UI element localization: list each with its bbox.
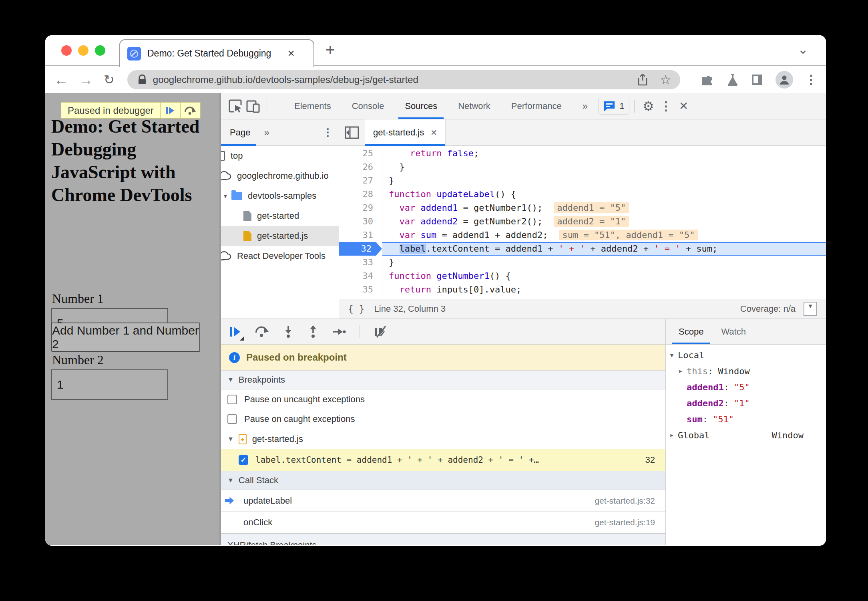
banner-step-over-icon[interactable] xyxy=(180,103,200,118)
xhr-breakpoints-section-header[interactable]: XHR/fetch Breakpoints xyxy=(221,533,665,545)
new-tab-button[interactable]: + xyxy=(326,41,335,59)
devtools-tab-elements[interactable]: Elements xyxy=(284,93,342,119)
devtools-menu-icon[interactable]: ⋮ xyxy=(657,97,675,115)
more-panels-icon[interactable]: » xyxy=(583,101,588,112)
inspect-element-icon[interactable] xyxy=(227,97,244,115)
scope-variable-addend1[interactable]: addend1:"5" xyxy=(666,379,826,395)
tree-item-get-started[interactable]: get-started xyxy=(221,206,339,226)
gutter-line-number[interactable]: 26 xyxy=(339,160,382,174)
navigator-more-tabs-icon[interactable]: » xyxy=(264,127,269,138)
deactivate-breakpoints-icon[interactable] xyxy=(374,325,388,338)
tree-item-top[interactable]: top xyxy=(221,146,339,166)
gutter-line-number[interactable]: 27 xyxy=(339,174,382,188)
reading-list-icon[interactable] xyxy=(751,73,764,86)
code-line-28[interactable]: 28function updateLabel() { xyxy=(339,188,826,201)
coverage-frame-icon[interactable]: ▼ xyxy=(804,302,817,316)
code-line-31[interactable]: 31 var sum = addend1 + addend2;sum = "51… xyxy=(339,228,826,242)
gutter-line-number[interactable]: 29 xyxy=(339,201,382,215)
code-line-text[interactable]: return false; xyxy=(382,147,826,160)
forward-icon[interactable]: → xyxy=(79,73,93,87)
callstack-frame-updatelabel[interactable]: updateLabelget-started.js:32 xyxy=(221,490,665,512)
code-line-32[interactable]: 32 label.textContent = addend1 + ' + ' +… xyxy=(339,242,826,256)
exception-checkbox-row[interactable]: Pause on caught exceptions xyxy=(221,409,665,429)
extensions-icon[interactable] xyxy=(702,73,715,86)
share-icon[interactable] xyxy=(637,74,648,86)
code-line-text[interactable]: } xyxy=(382,160,826,174)
gutter-line-number[interactable]: 31 xyxy=(339,228,382,242)
breakpoint-checkbox[interactable]: ✓ xyxy=(239,455,248,465)
devtools-tab-performance[interactable]: Performance xyxy=(501,93,572,119)
tree-item-devtools-samples[interactable]: ▾devtools-samples xyxy=(221,186,339,206)
devtools-tab-network[interactable]: Network xyxy=(448,93,501,119)
code-line-25[interactable]: 25 return false; xyxy=(339,147,826,160)
breakpoints-section-header[interactable]: ▼ Breakpoints xyxy=(221,370,665,389)
breakpoint-entry[interactable]: ✓ label.textContent = addend1 + ' + ' + … xyxy=(221,449,665,471)
resume-dropdown-icon[interactable] xyxy=(240,336,244,341)
code-line-text[interactable]: function updateLabel() { xyxy=(382,188,826,201)
step-over-icon[interactable] xyxy=(255,326,269,338)
bookmark-star-icon[interactable]: ☆ xyxy=(660,72,671,87)
step-out-icon[interactable] xyxy=(307,325,319,338)
code-line-text[interactable]: var addend2 = getNumber2();addend2 = "1" xyxy=(382,215,826,228)
gutter-line-number[interactable]: 32 xyxy=(339,242,382,256)
code-line-27[interactable]: 27} xyxy=(339,174,826,188)
step-into-icon[interactable] xyxy=(283,325,294,338)
code-editor[interactable]: 25 return false;26 }27}28function update… xyxy=(339,146,826,299)
minimize-window-icon[interactable] xyxy=(78,45,88,56)
gutter-line-number[interactable]: 34 xyxy=(339,269,382,283)
tab-scope[interactable]: Scope xyxy=(670,319,712,344)
tree-item-get-started-js[interactable]: get-started.js xyxy=(221,226,339,246)
code-line-35[interactable]: 35 return inputs[0].value; xyxy=(339,283,826,296)
maximize-window-icon[interactable] xyxy=(95,45,105,56)
settings-gear-icon[interactable]: ⚙ xyxy=(639,97,657,115)
gutter-line-number[interactable]: 33 xyxy=(339,256,382,269)
code-line-text[interactable]: } xyxy=(382,174,826,188)
scope-variable-sum[interactable]: sum:"51" xyxy=(666,411,826,427)
scope-local-header[interactable]: ▼Local xyxy=(666,347,826,363)
gutter-line-number[interactable]: 35 xyxy=(339,283,382,296)
code-line-text[interactable]: label.textContent = addend1 + ' + ' + ad… xyxy=(382,242,826,256)
tab-close-icon[interactable]: ✕ xyxy=(287,48,295,59)
devtools-close-icon[interactable]: ✕ xyxy=(675,97,692,115)
code-line-29[interactable]: 29 var addend1 = getNumber1();addend1 = … xyxy=(339,201,826,215)
url-bar[interactable]: googlechrome.github.io/devtools-samples/… xyxy=(127,70,680,89)
issues-counter[interactable]: 1 xyxy=(598,98,629,115)
step-icon[interactable] xyxy=(332,327,346,337)
editor-tab-get-started-js[interactable]: get-started.js ✕ xyxy=(365,119,446,145)
checkbox-icon[interactable] xyxy=(227,395,237,404)
scope-variable-this[interactable]: ▸this:Window xyxy=(666,363,826,379)
close-window-icon[interactable] xyxy=(61,45,72,56)
callstack-frame-onclick[interactable]: onClickget-started.js:19 xyxy=(221,512,665,533)
resume-script-icon[interactable] xyxy=(229,326,241,338)
reload-icon[interactable]: ↻ xyxy=(104,73,115,86)
code-line-30[interactable]: 30 var addend2 = getNumber2();addend2 = … xyxy=(339,215,826,228)
devtools-tab-console[interactable]: Console xyxy=(342,93,395,119)
add-numbers-button[interactable]: Add Number 1 and Number 2 xyxy=(51,323,200,352)
tab-search-chevron-icon[interactable]: ⌄ xyxy=(798,42,808,57)
scope-global-header[interactable]: ▸GlobalWindow xyxy=(666,427,826,443)
number2-input[interactable]: 1 xyxy=(51,369,168,400)
gutter-line-number[interactable]: 30 xyxy=(339,215,382,228)
code-line-text[interactable]: } xyxy=(382,256,826,269)
expand-triangle-icon[interactable]: ▾ xyxy=(221,192,230,200)
code-line-26[interactable]: 26 } xyxy=(339,160,826,174)
code-line-text[interactable]: return inputs[0].value; xyxy=(382,283,826,296)
profile-avatar[interactable] xyxy=(776,71,793,89)
scope-variable-addend2[interactable]: addend2:"1" xyxy=(666,395,826,411)
exception-checkbox-row[interactable]: Pause on uncaught exceptions xyxy=(221,389,665,409)
checkbox-icon[interactable] xyxy=(227,414,237,424)
tree-item-react-developer-tools[interactable]: React Developer Tools xyxy=(221,246,339,266)
tree-item-googlechrome-github-io[interactable]: googlechrome.github.io xyxy=(221,166,339,186)
flask-icon[interactable] xyxy=(727,73,739,87)
gutter-line-number[interactable]: 25 xyxy=(339,147,382,160)
navigator-menu-icon[interactable]: ⋮ xyxy=(323,126,333,139)
tab-watch[interactable]: Watch xyxy=(712,319,755,344)
code-line-text[interactable]: function getNumber1() { xyxy=(382,269,826,283)
collapse-navigator-icon[interactable] xyxy=(339,119,365,145)
callstack-section-header[interactable]: ▼ Call Stack xyxy=(221,471,665,490)
devtools-tab-sources[interactable]: Sources xyxy=(394,93,448,119)
pretty-print-icon[interactable]: { } xyxy=(348,304,365,314)
code-line-text[interactable]: var sum = addend1 + addend2;sum = "51", … xyxy=(382,228,826,242)
code-line-text[interactable]: var addend1 = getNumber1();addend1 = "5" xyxy=(382,201,826,215)
banner-resume-icon[interactable] xyxy=(160,103,180,118)
